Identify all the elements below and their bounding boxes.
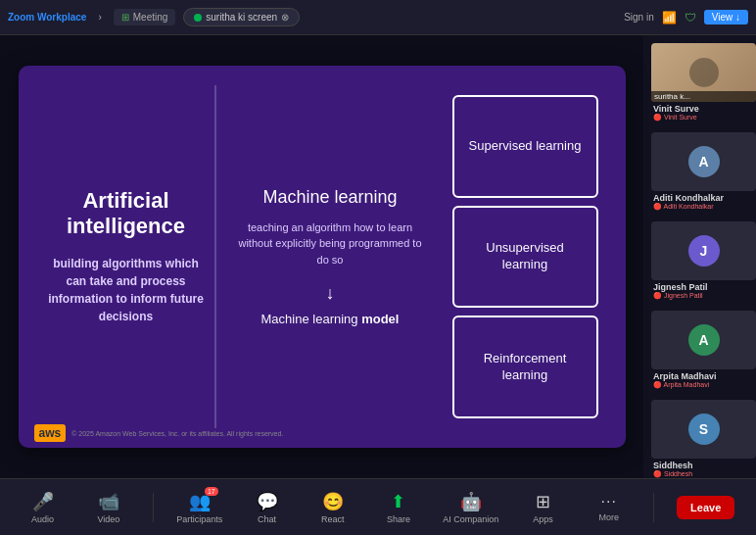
supervised-learning-box: Supervised learning xyxy=(452,95,598,198)
separator xyxy=(153,493,154,522)
chat-icon: 💬 xyxy=(257,491,278,512)
ai-companion-icon: 🤖 xyxy=(460,491,482,512)
avatar: S xyxy=(688,413,720,445)
participant-item: A Arpita Madhavi 🔴 Arpita Madhavi xyxy=(647,307,752,394)
slide: Artificial intelligence building algorit… xyxy=(19,66,626,448)
audio-button[interactable]: 🎤 Audio xyxy=(22,491,65,524)
presentation-area: Artificial intelligence building algorit… xyxy=(0,35,643,478)
share-dot xyxy=(194,14,202,22)
ai-companion-label: AI Companion xyxy=(443,514,498,524)
participant-info: Jignesh Patil 🔴 Jignesh Patil xyxy=(651,281,748,301)
react-label: React xyxy=(321,514,345,524)
aws-logo: aws xyxy=(34,424,67,442)
copyright-text: © 2025 Amazon Web Services, Inc. or its … xyxy=(71,430,283,437)
top-bar: Zoom Workplace › ⊞ Meeting suritha ki sc… xyxy=(0,0,756,35)
participant-video-placeholder: A xyxy=(651,132,756,191)
react-button[interactable]: 😊 React xyxy=(311,491,354,524)
participant-status: 🔴 Jignesh Patil xyxy=(653,292,746,300)
avatar: A xyxy=(688,324,720,356)
share-label: Share xyxy=(387,514,410,524)
audio-label: Audio xyxy=(31,514,54,524)
participant-info: Siddhesh 🔴 Siddhesh xyxy=(651,460,748,478)
ai-companion-button[interactable]: 🤖 AI Companion xyxy=(443,491,498,524)
participant-item: suritha k... Vinit Surve 🔴 Vinit Surve xyxy=(647,39,752,126)
video-label: Video xyxy=(97,514,119,524)
meeting-label: Meeting xyxy=(133,12,168,23)
ai-description: building algorithms which can take and p… xyxy=(48,255,205,325)
participant-video: suritha k... xyxy=(651,43,756,102)
participant-info: Vinit Surve 🔴 Vinit Surve xyxy=(651,103,748,122)
top-bar-actions: Sign in 📶 🛡 View ↓ xyxy=(624,10,748,24)
leave-button[interactable]: Leave xyxy=(677,496,734,519)
ai-title: Artificial intelligence xyxy=(48,188,205,240)
avatar: A xyxy=(688,146,720,177)
reinforcement-learning-box: Reinforcement learning xyxy=(452,316,598,418)
more-label: More xyxy=(598,512,619,522)
participant-status: 🔴 Arpita Madhavi xyxy=(653,381,746,389)
share-button[interactable]: ⬆ Share xyxy=(377,491,420,524)
learning-types: Supervised learning Unsupervised learnin… xyxy=(445,85,606,428)
ml-description: teaching an algorithm how to learn witho… xyxy=(236,219,425,268)
unsupervised-learning-box: Unsupervised learning xyxy=(452,206,598,309)
share-icon: ⬆ xyxy=(391,491,405,512)
shield-icon: 🛡 xyxy=(685,11,696,24)
participant-video-placeholder: J xyxy=(651,221,756,280)
aws-branding: aws © 2025 Amazon Web Services, Inc. or … xyxy=(34,424,284,442)
screen-share-indicator[interactable]: suritha ki screen ⊗ xyxy=(183,8,300,26)
participant-name: Aditi Kondhalkar xyxy=(653,193,746,203)
video-icon: 📹 xyxy=(98,491,119,512)
wifi-icon: 📶 xyxy=(662,11,677,24)
participant-name: Arpita Madhavi xyxy=(653,371,746,381)
participant-name: Vinit Surve xyxy=(653,104,746,114)
microphone-icon: 🎤 xyxy=(32,491,54,512)
react-icon: 😊 xyxy=(322,491,344,512)
apps-button[interactable]: ⊞ Apps xyxy=(521,491,564,524)
participant-info: Arpita Madhavi 🔴 Arpita Madhavi xyxy=(651,370,748,390)
main-area: Artificial intelligence building algorit… xyxy=(0,35,756,478)
participants-sidebar: suritha k... Vinit Surve 🔴 Vinit Surve A… xyxy=(643,35,756,478)
participants-button[interactable]: 👥 17 Participants xyxy=(176,491,222,524)
apps-icon: ⊞ xyxy=(536,491,550,512)
participant-status: 🔴 Vinit Surve xyxy=(653,114,746,122)
participant-status: 🔴 Siddhesh xyxy=(653,470,746,478)
nav-separator: › xyxy=(94,12,105,23)
stop-share-icon: ⊗ xyxy=(281,12,289,23)
sign-in-link[interactable]: Sign in xyxy=(624,12,654,23)
participant-name: Siddhesh xyxy=(653,461,746,470)
participant-info: Aditi Kondhalkar 🔴 Aditi Kondhalkar xyxy=(651,192,748,212)
avatar: J xyxy=(688,235,720,267)
apps-label: Apps xyxy=(533,514,553,524)
view-button[interactable]: View ↓ xyxy=(704,10,748,24)
ai-section: Artificial intelligence building algorit… xyxy=(38,85,214,428)
chat-label: Chat xyxy=(258,514,276,524)
separator xyxy=(653,493,654,522)
participant-video-placeholder: A xyxy=(651,311,756,369)
ml-model-label: Machine learning model xyxy=(261,312,400,326)
meeting-tab[interactable]: ⊞ Meeting xyxy=(114,9,176,25)
participant-item: A Aditi Kondhalkar 🔴 Aditi Kondhalkar xyxy=(647,128,752,216)
participant-status: 🔴 Aditi Kondhalkar xyxy=(653,203,746,211)
participants-badge: 17 xyxy=(205,487,218,496)
participants-label: Participants xyxy=(176,514,222,524)
participant-name: Jignesh Patil xyxy=(653,282,746,292)
participants-icon: 👥 17 xyxy=(189,491,211,512)
participant-video-placeholder: S xyxy=(651,400,756,459)
ml-title: Machine learning xyxy=(262,187,397,208)
toolbar: 🎤 Audio 📹 Video 👥 17 Participants 💬 Chat… xyxy=(0,478,756,535)
participant-item: S Siddhesh 🔴 Siddhesh xyxy=(647,396,752,478)
more-icon: ··· xyxy=(600,493,616,511)
more-button[interactable]: ··· More xyxy=(588,493,631,522)
app-logo: Zoom Workplace xyxy=(8,12,86,23)
chat-button[interactable]: 💬 Chat xyxy=(246,491,289,524)
video-name-overlay: suritha k... xyxy=(651,91,756,102)
participant-item: J Jignesh Patil 🔴 Jignesh Patil xyxy=(647,218,752,305)
ml-section: Machine learning teaching an algorithm h… xyxy=(214,85,445,428)
arrow-down-icon: ↓ xyxy=(326,283,335,304)
screen-share-label: suritha ki screen xyxy=(206,12,277,23)
video-button[interactable]: 📹 Video xyxy=(87,491,130,524)
